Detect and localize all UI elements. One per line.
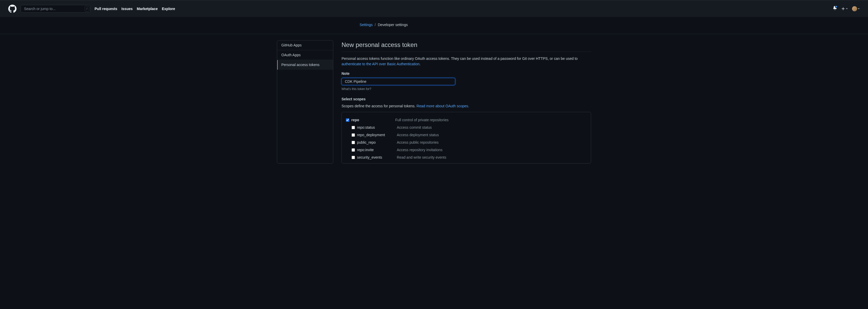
nav-marketplace[interactable]: Marketplace bbox=[137, 6, 158, 11]
scope-description: Full control of private repositories bbox=[395, 117, 448, 123]
notifications-button[interactable] bbox=[833, 6, 837, 11]
nav-issues[interactable]: Issues bbox=[121, 6, 133, 11]
avatar bbox=[852, 6, 857, 11]
intro-text-suffix: . bbox=[420, 62, 421, 66]
scopes-heading: Select scopes bbox=[342, 97, 591, 102]
top-navigation-bar: / Pull requests Issues Marketplace Explo… bbox=[0, 0, 868, 17]
scope-description: Read and write security events bbox=[397, 155, 446, 160]
notification-indicator-dot bbox=[835, 5, 838, 8]
scope-row-repo: repo Full control of private repositorie… bbox=[346, 116, 587, 124]
basic-auth-link[interactable]: authenticate to the API over Basic Authe… bbox=[342, 62, 420, 66]
scope-row-repo-status: repo:status Access commit status bbox=[346, 124, 587, 131]
primary-nav-links: Pull requests Issues Marketplace Explore bbox=[95, 6, 175, 11]
plus-icon bbox=[841, 7, 845, 11]
scope-description: Access public repositories bbox=[397, 140, 439, 145]
note-field-label: Note bbox=[342, 71, 591, 76]
scope-checkbox-repo[interactable] bbox=[346, 118, 349, 122]
select-scopes-section: Select scopes Scopes define the access f… bbox=[342, 97, 591, 164]
breadcrumb-separator: / bbox=[375, 22, 376, 28]
scope-checkbox-repo-deployment[interactable] bbox=[351, 133, 355, 137]
breadcrumb-settings-link[interactable]: Settings bbox=[360, 22, 373, 28]
intro-text-prefix: Personal access tokens function like ord… bbox=[342, 57, 578, 61]
scope-name: security_events bbox=[357, 155, 397, 160]
scope-name: repo bbox=[351, 117, 395, 123]
scope-name: repo:invite bbox=[357, 147, 397, 153]
oauth-scopes-link[interactable]: Read more about OAuth scopes. bbox=[416, 104, 469, 108]
scope-checkbox-security-events[interactable] bbox=[351, 156, 355, 159]
slash-shortcut-hint: / bbox=[85, 6, 89, 11]
scope-row-repo-invite: repo:invite Access repository invitation… bbox=[346, 146, 587, 154]
caret-down-icon bbox=[858, 8, 860, 9]
scope-description: Access deployment status bbox=[397, 132, 439, 138]
intro-paragraph: Personal access tokens function like ord… bbox=[342, 56, 591, 67]
scope-description: Access repository invitations bbox=[397, 147, 442, 153]
sidebar-item-github-apps[interactable]: GitHub Apps bbox=[277, 40, 333, 50]
nav-explore[interactable]: Explore bbox=[162, 6, 175, 11]
scope-checkbox-repo-status[interactable] bbox=[351, 126, 355, 129]
main-container: GitHub Apps OAuth Apps Personal access t… bbox=[269, 34, 599, 170]
main-content: New personal access token Personal acces… bbox=[339, 40, 591, 164]
scope-name: public_repo bbox=[357, 140, 397, 145]
sidebar-item-personal-access-tokens[interactable]: Personal access tokens bbox=[277, 60, 333, 70]
scope-name: repo:status bbox=[357, 125, 397, 130]
scopes-intro: Scopes define the access for personal to… bbox=[342, 103, 591, 109]
breadcrumb: Settings / Developer settings bbox=[269, 17, 599, 34]
global-search[interactable]: / bbox=[21, 5, 90, 13]
scope-row-security-events: security_events Read and write security … bbox=[346, 154, 587, 161]
breadcrumb-current: Developer settings bbox=[378, 22, 408, 28]
nav-pull-requests[interactable]: Pull requests bbox=[95, 6, 117, 11]
scopes-intro-text: Scopes define the access for personal to… bbox=[342, 104, 416, 108]
create-new-dropdown[interactable] bbox=[841, 7, 848, 11]
scope-checkbox-repo-invite[interactable] bbox=[351, 148, 355, 152]
github-logo-icon[interactable] bbox=[8, 5, 17, 13]
user-menu-dropdown[interactable] bbox=[852, 6, 860, 11]
scope-row-repo-deployment: repo_deployment Access deployment status bbox=[346, 131, 587, 139]
note-hint: What's this token for? bbox=[342, 87, 591, 91]
scope-row-public-repo: public_repo Access public repositories bbox=[346, 139, 587, 146]
caret-down-icon bbox=[846, 8, 848, 9]
scopes-list: repo Full control of private repositorie… bbox=[342, 112, 591, 164]
top-right-icons bbox=[833, 6, 860, 11]
scope-checkbox-public-repo[interactable] bbox=[351, 141, 355, 144]
scope-description: Access commit status bbox=[397, 125, 432, 130]
search-input[interactable] bbox=[24, 5, 85, 12]
sidebar-item-oauth-apps[interactable]: OAuth Apps bbox=[277, 50, 333, 60]
page-title: New personal access token bbox=[342, 40, 591, 52]
settings-side-menu: GitHub Apps OAuth Apps Personal access t… bbox=[277, 40, 333, 164]
scope-name: repo_deployment bbox=[357, 132, 397, 138]
note-input[interactable] bbox=[342, 78, 455, 85]
